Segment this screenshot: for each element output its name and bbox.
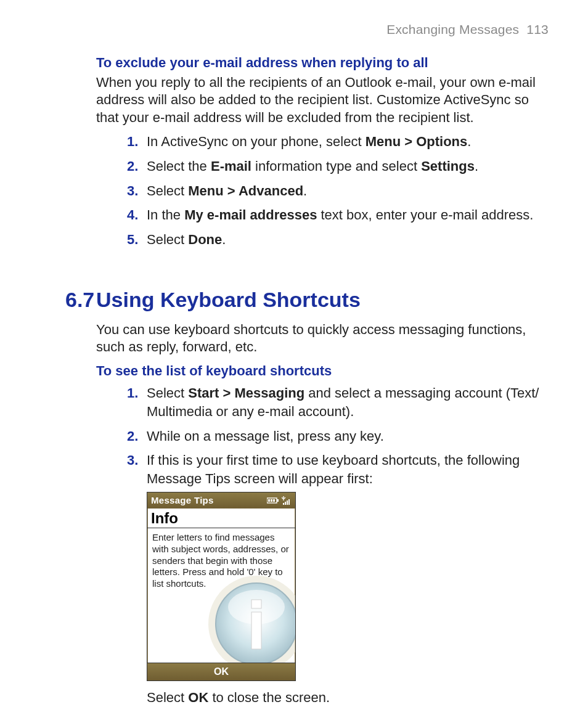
page-number: 113 bbox=[526, 22, 549, 36]
step-text: While on a message list, press any key. bbox=[147, 428, 384, 444]
info-icon bbox=[204, 571, 295, 663]
svg-rect-6 bbox=[285, 502, 286, 505]
svg-rect-7 bbox=[287, 500, 288, 505]
phone-body: Enter letters to find messages with subj… bbox=[147, 528, 295, 663]
battery-icon bbox=[267, 497, 279, 504]
subsection-title-shortcut-list: To see the list of keyboard shortcuts bbox=[96, 362, 555, 380]
exclude-steps: 1. In ActiveSync on your phone, select M… bbox=[65, 133, 555, 255]
step-bold: Settings bbox=[421, 158, 475, 174]
text: Select bbox=[147, 690, 188, 705]
list-item: 1. Select Start > Messaging and select a… bbox=[129, 384, 555, 427]
phone-softkey-bar: OK bbox=[147, 663, 295, 680]
running-header: Exchanging Messages 113 bbox=[65, 22, 549, 37]
section-title: Using Keyboard Shortcuts bbox=[96, 288, 361, 311]
step-bold: E-mail bbox=[211, 158, 251, 174]
step-number: 2. bbox=[127, 157, 138, 176]
svg-rect-8 bbox=[288, 499, 290, 505]
list-item: 2. Select the E-mail information type an… bbox=[129, 157, 555, 182]
step-number: 3. bbox=[127, 451, 138, 470]
section-number: 6.7 bbox=[65, 287, 96, 312]
step-text: information type and select bbox=[251, 158, 421, 174]
subsection-title-exclude-email: To exclude your e-mail address when repl… bbox=[96, 54, 555, 71]
shortcut-steps: 1. Select Start > Messaging and select a… bbox=[65, 384, 555, 713]
signal-icon bbox=[282, 496, 292, 505]
step-number: 4. bbox=[127, 206, 138, 224]
step-bold: Menu > Advanced bbox=[188, 183, 303, 198]
svg-rect-13 bbox=[251, 612, 261, 649]
list-item: 4. In the My e-mail addresses text box, … bbox=[129, 206, 555, 231]
text-bold: OK bbox=[188, 690, 208, 705]
phone-titlebar: Message Tips bbox=[147, 492, 295, 509]
step-text: . bbox=[222, 232, 226, 247]
shortcuts-intro: You can use keyboard shortcuts to quickl… bbox=[96, 321, 555, 356]
svg-rect-4 bbox=[273, 499, 275, 502]
step-text: . bbox=[467, 134, 471, 149]
step-text: In the bbox=[147, 207, 184, 223]
after-phone-text: Select OK to close the screen. bbox=[147, 688, 549, 707]
svg-rect-12 bbox=[251, 600, 261, 608]
step-bold: Start > Messaging bbox=[188, 385, 304, 401]
phone-title: Message Tips bbox=[151, 494, 214, 507]
phone-status-icons bbox=[267, 496, 292, 505]
step-text: If this is your first time to use keyboa… bbox=[147, 452, 520, 486]
phone-ok-button[interactable]: OK bbox=[214, 665, 229, 679]
step-text: Select the bbox=[147, 158, 211, 174]
svg-rect-1 bbox=[277, 499, 279, 502]
step-number: 1. bbox=[127, 133, 138, 151]
svg-rect-2 bbox=[268, 499, 270, 502]
step-bold: Menu > Options bbox=[365, 134, 468, 149]
svg-rect-5 bbox=[283, 503, 284, 505]
step-bold: Done bbox=[188, 232, 222, 247]
step-text: Select bbox=[147, 385, 188, 401]
step-number: 1. bbox=[127, 384, 138, 402]
list-item: 3. If this is your first time to use key… bbox=[129, 451, 555, 713]
step-text: . bbox=[303, 183, 307, 198]
step-number: 2. bbox=[127, 427, 138, 446]
step-number: 5. bbox=[127, 231, 138, 249]
step-text: Select bbox=[147, 183, 188, 198]
step-bold: My e-mail addresses bbox=[184, 207, 317, 223]
list-item: 2. While on a message list, press any ke… bbox=[129, 427, 555, 452]
section-heading-shortcuts: 6.7Using Keyboard Shortcuts bbox=[65, 287, 555, 312]
list-item: 1. In ActiveSync on your phone, select M… bbox=[129, 133, 555, 157]
step-text: text box, enter your e-mail address. bbox=[317, 207, 533, 223]
step-text: . bbox=[475, 158, 478, 174]
phone-screenshot: Message Tips bbox=[147, 492, 296, 682]
step-number: 3. bbox=[127, 182, 138, 200]
exclude-intro: When you reply to all the recipients of … bbox=[96, 74, 555, 127]
step-text: Select bbox=[147, 232, 188, 247]
list-item: 3. Select Menu > Advanced. bbox=[129, 182, 555, 206]
list-item: 5. Select Done. bbox=[129, 231, 555, 255]
phone-info-header: Info bbox=[147, 509, 295, 529]
text: to close the screen. bbox=[208, 690, 330, 705]
manual-page: Exchanging Messages 113 To exclude your … bbox=[0, 0, 588, 723]
svg-rect-3 bbox=[271, 499, 272, 502]
step-text: In ActiveSync on your phone, select bbox=[147, 134, 365, 149]
chapter-name: Exchanging Messages bbox=[386, 22, 519, 36]
